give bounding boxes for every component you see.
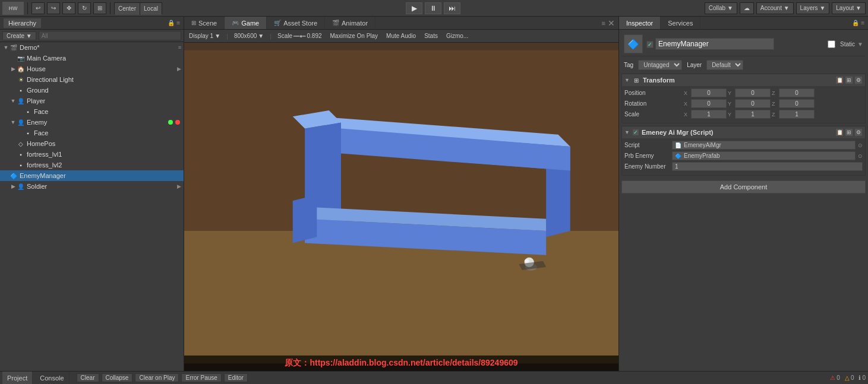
scale-x-input[interactable] [691, 110, 727, 119]
transform-header[interactable]: ▼ ⊞ Transform 📋 ⊞ ⚙ [622, 74, 865, 86]
scene-options-icon: ≡ [178, 45, 181, 50]
scene-label: Demo* [20, 44, 178, 51]
hierarchy-item-player[interactable]: ▼ 👤 Player [0, 96, 184, 106]
cloud-button[interactable]: ☁ [740, 2, 754, 14]
scale-value: 0.892 [307, 33, 322, 39]
collab-dropdown[interactable]: Collab ▼ [705, 2, 737, 14]
static-checkbox[interactable] [828, 40, 835, 48]
transform-rotate-button[interactable]: ↻ [78, 2, 91, 14]
script-enabled-checkbox[interactable]: ✓ [632, 129, 639, 136]
pause-button[interactable]: ⏸ [425, 2, 441, 14]
error-pause-button[interactable]: Error Pause [181, 373, 221, 382]
script-copy-btn[interactable]: 📋 [835, 128, 844, 137]
play-button[interactable]: ▶ [406, 2, 422, 14]
redo-button[interactable]: ↪ [47, 2, 60, 14]
hierarchy-item-ground[interactable]: ▪ Ground [0, 85, 184, 96]
account-dropdown[interactable]: Account ▼ [756, 2, 794, 14]
inspector-tab[interactable]: Inspector [619, 17, 661, 29]
rot-y-field: Y [728, 99, 771, 108]
object-enabled-checkbox[interactable]: ✓ [646, 41, 654, 48]
inspector-object-header: 🔷 ✓ Static ▼ [621, 32, 866, 56]
layer-select[interactable]: Default [706, 60, 743, 70]
hierarchy-item-directional-light[interactable]: ☀ Directional Light [0, 74, 184, 85]
collapse-button[interactable]: Collapse [102, 373, 133, 382]
enemy-number-value[interactable]: 1 [672, 162, 863, 171]
tab-options-icon[interactable]: ≡ [602, 20, 605, 27]
transform-paste-btn[interactable]: ⊞ [845, 76, 853, 84]
layers-dropdown[interactable]: Layers ▼ [796, 2, 830, 14]
hierarchy-item-face-player[interactable]: ▪ Face [0, 106, 184, 117]
pos-x-input[interactable] [691, 88, 727, 97]
hierarchy-item-homepos[interactable]: ◇ HomePos [0, 138, 184, 149]
undo-button[interactable]: ↩ [31, 2, 45, 14]
scale-y-input[interactable] [735, 110, 771, 119]
rot-z-input[interactable] [779, 99, 815, 108]
script-header[interactable]: ▼ ✓ Emeney Ai Mgr (Script) 📋 ⊞ ⚙ [622, 126, 865, 138]
tag-label: Tag [624, 62, 633, 68]
script-paste-btn[interactable]: ⊞ [845, 128, 853, 137]
center-button[interactable]: Center [115, 3, 140, 15]
mute-audio-btn[interactable]: Mute Audio [384, 32, 418, 40]
transform-scale-button[interactable]: ⊞ [93, 2, 106, 14]
transform-move-button[interactable]: ✥ [62, 2, 75, 14]
script-settings-btn[interactable]: ⚙ [854, 128, 863, 137]
project-tab[interactable]: Project [2, 372, 33, 384]
add-component-button[interactable]: Add Component [621, 180, 866, 193]
hierarchy-item-fortress1[interactable]: ▪ fortress_lvl1 [0, 149, 184, 160]
clear-on-play-button[interactable]: Clear on Play [135, 373, 179, 382]
inspector-content: 🔷 ✓ Static ▼ Tag Untagged Layer [619, 30, 868, 371]
stats-btn[interactable]: Stats [422, 32, 440, 40]
tag-select[interactable]: Untagged [638, 60, 682, 70]
prb-enemy-value: 🔷 EnemyPrafab [672, 151, 856, 160]
bottom-bar: Project Console Clear Collapse Clear on … [0, 371, 868, 384]
local-button[interactable]: Local [140, 3, 162, 15]
rot-y-input[interactable] [735, 99, 771, 108]
hierarchy-item-house[interactable]: ▶ 🏠 House ▶ [0, 64, 184, 74]
tab-scene[interactable]: ⊞ Scene [184, 17, 225, 29]
hierarchy-item-soldier[interactable]: ▶ 👤 Soldier ▶ [0, 181, 184, 192]
scale-z-input[interactable] [779, 110, 815, 119]
hierarchy-item-face-enemy[interactable]: ▪ Face [0, 128, 184, 138]
scene-root[interactable]: ▼ 🎬 Demo* ≡ [0, 42, 184, 53]
step-button[interactable]: ⏭ [444, 2, 460, 14]
transform-copy-btn[interactable]: 📋 [835, 76, 844, 84]
tab-game[interactable]: 🎮 Game [225, 17, 267, 29]
asset-tab-icon: 🛒 [274, 20, 281, 26]
resolution-selector[interactable]: 800x600 ▼ [232, 32, 266, 40]
layout-dropdown[interactable]: Layout ▼ [832, 2, 866, 14]
hierarchy-item-enemy[interactable]: ▼ 👤 Enemy [0, 117, 184, 128]
tab-options-close[interactable]: ✕ [608, 18, 615, 28]
hierarchy-item-enemy-manager[interactable]: 🔷 EnemyManager [0, 170, 184, 181]
house-icon: 🏠 [17, 65, 25, 73]
object-name-field[interactable] [655, 38, 774, 50]
scale-x-letter: X [684, 112, 690, 118]
create-button[interactable]: Create ▼ [2, 31, 36, 40]
editor-button[interactable]: Editor [224, 373, 248, 382]
pos-y-input[interactable] [735, 88, 771, 97]
gizmos-btn[interactable]: Gizmo... [444, 32, 471, 40]
position-xyz: X Y Z [684, 88, 863, 97]
hierarchy-item-fortress2[interactable]: ▪ fortress_lvl2 [0, 160, 184, 170]
tab-animator[interactable]: 🎬 Animator [325, 17, 375, 29]
rot-x-input[interactable] [691, 99, 727, 108]
hierarchy-search[interactable] [39, 31, 181, 40]
watermark: 原文：https://aladdin.blog.csdn.net/article… [184, 356, 618, 371]
hierarchy-tab[interactable]: Hierarchy [4, 18, 41, 28]
static-dropdown-icon[interactable]: ▼ [857, 41, 863, 47]
services-tab[interactable]: Services [661, 17, 700, 29]
display-selector[interactable]: Display 1 ▼ [187, 32, 223, 40]
hierarchy-header: Hierarchy 🔒 ≡ [0, 17, 184, 30]
pos-y-field: Y [728, 88, 771, 97]
maximize-on-play-btn[interactable]: Maximize On Play [328, 32, 381, 40]
transform-settings-btn[interactable]: ⚙ [854, 76, 863, 84]
transform-actions: 📋 ⊞ ⚙ [835, 76, 863, 84]
rot-y-letter: Y [728, 101, 734, 107]
position-label: Position [624, 90, 684, 96]
scale-xyz: X Y Z [684, 110, 863, 119]
tab-asset-store[interactable]: 🛒 Asset Store [267, 17, 325, 29]
light-icon: ☀ [17, 75, 25, 84]
pos-z-input[interactable] [779, 88, 815, 97]
hierarchy-item-main-camera[interactable]: 📷 Main Camera [0, 53, 184, 64]
clear-button[interactable]: Clear [77, 373, 99, 382]
console-tab[interactable]: Console [35, 372, 69, 384]
